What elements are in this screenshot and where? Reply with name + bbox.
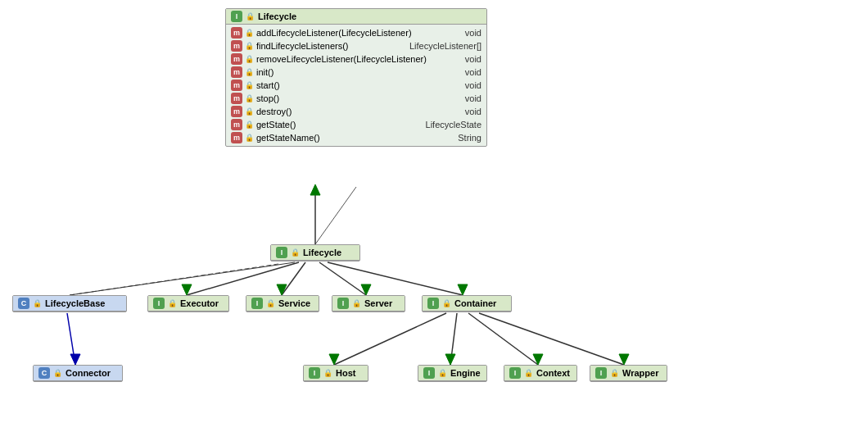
lifecycle-main-methods: m 🔒 addLifecycleListener(LifecycleListen… (226, 25, 486, 146)
method-row: m 🔒 destroy() void (226, 105, 486, 118)
svg-line-19 (468, 313, 538, 365)
server-header: I 🔒 Server (332, 296, 405, 311)
svg-line-13 (67, 313, 75, 365)
svg-marker-20 (533, 354, 543, 365)
svg-line-17 (450, 313, 457, 365)
service-header: I 🔒 Service (246, 296, 319, 311)
context-title: Context (536, 368, 570, 378)
method-row: m 🔒 start() void (226, 79, 486, 92)
lifecycle-main-header: I 🔒 Lifecycle (226, 9, 486, 25)
engine-header: I 🔒 Engine (418, 366, 486, 381)
host-box: I 🔒 Host (303, 365, 368, 382)
interface-badge: I (231, 11, 242, 22)
method-row: m 🔒 stop() void (226, 92, 486, 105)
diagram-container: I 🔒 Lifecycle m 🔒 addLifecycleListener(L… (0, 0, 868, 432)
lifecyclebase-box: C 🔒 LifecycleBase (12, 295, 127, 312)
svg-marker-16 (329, 354, 339, 365)
executor-box: I 🔒 Executor (147, 295, 229, 312)
svg-marker-6 (182, 284, 192, 295)
service-title: Service (278, 298, 310, 308)
engine-title: Engine (450, 368, 481, 378)
svg-line-5 (187, 262, 299, 295)
svg-line-7 (282, 262, 305, 295)
container-box: I 🔒 Container (422, 295, 512, 312)
host-title: Host (336, 368, 355, 378)
connector-title: Connector (66, 368, 111, 378)
lifecycle-small-header: I 🔒 Lifecycle (271, 245, 359, 261)
svg-marker-18 (445, 354, 455, 365)
svg-marker-2 (310, 184, 320, 195)
wrapper-box: I 🔒 Wrapper (590, 365, 667, 382)
lifecycle-small-box: I 🔒 Lifecycle (270, 244, 360, 261)
connector-header: C 🔒 Connector (34, 366, 122, 381)
svg-line-11 (328, 262, 463, 295)
lifecycle-main-title: Lifecycle (258, 11, 296, 21)
server-box: I 🔒 Server (332, 295, 405, 312)
connector-box: C 🔒 Connector (33, 365, 123, 382)
method-row: m 🔒 init() void (226, 66, 486, 79)
lifecycle-main-box: I 🔒 Lifecycle m 🔒 addLifecycleListener(L… (225, 8, 487, 147)
svg-marker-10 (361, 284, 371, 295)
wrapper-header: I 🔒 Wrapper (590, 366, 667, 381)
service-box: I 🔒 Service (246, 295, 319, 312)
container-title: Container (454, 298, 496, 308)
method-row: m 🔒 getState() LifecycleState (226, 118, 486, 131)
svg-line-0 (315, 187, 356, 244)
svg-line-3 (70, 264, 278, 295)
wrapper-title: Wrapper (622, 368, 658, 378)
executor-title: Executor (180, 298, 219, 308)
method-row: m 🔒 removeLifecycleListener(LifecycleLis… (226, 52, 486, 66)
lifecyclebase-title: LifecycleBase (45, 298, 105, 308)
svg-line-21 (479, 313, 624, 365)
method-row: m 🔒 getStateName() String (226, 131, 486, 144)
container-header: I 🔒 Container (423, 296, 511, 311)
svg-marker-8 (277, 284, 287, 295)
method-row: m 🔒 addLifecycleListener(LifecycleListen… (226, 26, 486, 39)
svg-line-9 (319, 262, 366, 295)
method-row: m 🔒 findLifecycleListeners() LifecycleLi… (226, 39, 486, 52)
host-header: I 🔒 Host (304, 366, 368, 381)
lifecycle-small-title: Lifecycle (303, 248, 341, 257)
context-header: I 🔒 Context (504, 366, 576, 381)
server-title: Server (364, 298, 392, 308)
context-box: I 🔒 Context (504, 365, 577, 382)
svg-marker-22 (619, 354, 629, 365)
svg-line-4 (70, 262, 295, 295)
lifecyclebase-header: C 🔒 LifecycleBase (13, 296, 126, 311)
executor-header: I 🔒 Executor (148, 296, 228, 311)
svg-marker-12 (458, 284, 468, 295)
svg-marker-14 (70, 354, 80, 365)
svg-line-15 (334, 313, 446, 365)
engine-box: I 🔒 Engine (418, 365, 487, 382)
